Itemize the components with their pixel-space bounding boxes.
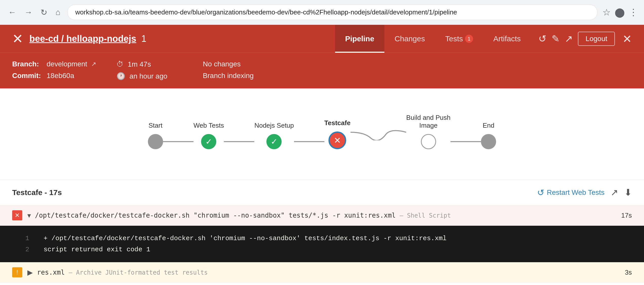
open-external-icon[interactable]: ↗: [611, 187, 618, 198]
address-bar[interactable]: workshop.cb-sa.io/teams-beedemo-dev/blue…: [67, 5, 597, 20]
log-entry-archive[interactable]: ! ▶ res.xml — Archive JUnit-formatted te…: [0, 262, 644, 283]
commit-label: Commit:: [12, 72, 43, 80]
warn-indicator: !: [12, 267, 22, 277]
app-title[interactable]: bee-cd / helloapp-nodejs: [29, 33, 136, 44]
duration-icon: ⏱: [116, 60, 124, 68]
info-bar: Branch: development ↗ Commit: 18eb60a ⏱ …: [0, 53, 644, 88]
home-button[interactable]: ⌂: [53, 6, 62, 19]
panel-header: Testcafe - 17s ↺ Restart Web Tests ↗ ⬇: [0, 180, 644, 205]
nodejs-check-icon: ✓: [271, 137, 278, 146]
retry-icon[interactable]: ↺: [538, 33, 547, 44]
log-entry-error[interactable]: ✕ ▾ /opt/testcafe/docker/testcafe-docker…: [0, 205, 644, 226]
log-toggle-expand[interactable]: ▾: [27, 211, 31, 220]
log-duration-archive: 3s: [625, 269, 632, 276]
branch-external-link-icon[interactable]: ↗: [91, 61, 96, 68]
export-icon[interactable]: ↗: [565, 33, 573, 44]
log-text-shell: /opt/testcafe/docker/testcafe-docker.sh …: [35, 212, 611, 219]
stage-start-label: Start: [149, 122, 163, 129]
stage-testcafe-label: Testcafe: [324, 119, 351, 127]
log-meta-archive: — Archive JUnit-formatted test results: [69, 269, 208, 276]
stage-nodejs-node: ✓: [266, 134, 282, 149]
status-2-row: Branch indexing: [203, 72, 254, 80]
stage-testcafe[interactable]: Testcafe ✕: [324, 119, 351, 149]
panel-actions: ↺ Restart Web Tests ↗ ⬇: [537, 187, 632, 198]
edit-icon[interactable]: ✎: [552, 33, 560, 44]
status-branch-indexing: Branch indexing: [203, 72, 254, 80]
browser-actions: ☆ ⬤ ⋮: [602, 7, 638, 18]
terminal-line-2: 2 script returned exit code 1: [25, 244, 624, 255]
tab-tests[interactable]: Tests 1: [435, 25, 483, 53]
log-toggle-archive[interactable]: ▶: [27, 268, 33, 277]
restart-icon: ↺: [537, 187, 544, 198]
tab-artifacts[interactable]: Artifacts: [483, 25, 531, 53]
stage-end-node: [481, 134, 496, 149]
duration-value: 1m 47s: [128, 60, 151, 68]
stage-build-push-label: Build and Push Image: [406, 114, 451, 129]
log-meta-shell: — Shell Script: [400, 212, 451, 219]
stage-build-push[interactable]: Build and Push Image: [406, 114, 451, 149]
menu-icon[interactable]: ⋮: [629, 7, 638, 18]
browser-navigation[interactable]: ← → ↻ ⌂: [6, 6, 62, 19]
info-col-right: No changes Branch indexing: [203, 60, 254, 80]
window-close-icon[interactable]: ✕: [622, 32, 632, 45]
stage-nodejs-setup[interactable]: Nodejs Setup ✓: [254, 122, 294, 149]
restart-label: Restart Web Tests: [547, 188, 604, 197]
restart-web-tests-button[interactable]: ↺ Restart Web Tests: [537, 187, 604, 198]
time-row: 🕐 an hour ago: [116, 72, 167, 80]
bottom-panel: Testcafe - 17s ↺ Restart Web Tests ↗ ⬇ ✕…: [0, 180, 644, 283]
browser-chrome: ← → ↻ ⌂ workshop.cb-sa.io/teams-beedemo-…: [0, 0, 644, 25]
info-col-mid: ⏱ 1m 47s 🕐 an hour ago: [116, 60, 167, 80]
line-code-1: + /opt/testcafe/docker/testcafe-docker.s…: [44, 233, 446, 244]
download-icon[interactable]: ⬇: [624, 187, 632, 198]
testcafe-x-icon: ✕: [334, 135, 341, 145]
reload-button[interactable]: ↻: [38, 6, 49, 19]
web-tests-check-icon: ✓: [205, 137, 212, 146]
commit-value: 18eb60a: [47, 72, 74, 80]
stage-web-tests-node: ✓: [201, 134, 216, 149]
stage-web-tests-label: Web Tests: [193, 122, 224, 129]
run-number: 1: [141, 33, 146, 44]
branch-label: Branch:: [12, 60, 43, 68]
connector-wavy: [350, 124, 406, 142]
connector-4: [451, 141, 481, 142]
stage-start-node: [148, 134, 163, 149]
terminal-block: 1 + /opt/testcafe/docker/testcafe-docker…: [0, 226, 644, 262]
log-text-archive: res.xml — Archive JUnit-formatted test r…: [37, 269, 615, 276]
close-logo-icon[interactable]: ✕: [12, 31, 23, 46]
info-col-left: Branch: development ↗ Commit: 18eb60a: [12, 60, 96, 80]
connector-1: [163, 141, 193, 142]
connector-2: [224, 141, 254, 142]
terminal-line-1: 1 + /opt/testcafe/docker/testcafe-docker…: [25, 233, 624, 244]
stage-end[interactable]: End: [481, 122, 496, 149]
connector-3: [294, 141, 324, 142]
profile-icon[interactable]: ⬤: [615, 7, 625, 18]
back-button[interactable]: ←: [6, 6, 18, 19]
status-1-row: No changes: [203, 60, 254, 68]
stage-nodejs-label: Nodejs Setup: [254, 122, 294, 129]
logout-button[interactable]: Logout: [578, 32, 615, 46]
duration-row: ⏱ 1m 47s: [116, 60, 167, 68]
error-indicator: ✕: [12, 210, 22, 220]
tab-changes[interactable]: Changes: [384, 25, 435, 53]
clock-icon: 🕐: [116, 72, 125, 80]
branch-value: development: [47, 60, 87, 68]
pipeline-area: Start Web Tests ✓ Nodejs Setup ✓ Testcaf…: [0, 88, 644, 180]
time-value: an hour ago: [129, 72, 167, 80]
stage-start[interactable]: Start: [148, 122, 163, 149]
line-num-2: 2: [25, 244, 35, 255]
forward-button[interactable]: →: [22, 6, 34, 19]
nav-tabs: Pipeline Changes Tests 1 Artifacts: [335, 25, 531, 53]
branch-row: Branch: development ↗: [12, 60, 96, 68]
panel-title: Testcafe - 17s: [12, 188, 62, 197]
stage-web-tests[interactable]: Web Tests ✓: [193, 122, 224, 149]
tests-badge: 1: [465, 35, 473, 43]
app-header: ✕ bee-cd / helloapp-nodejs 1 Pipeline Ch…: [0, 25, 644, 53]
url-text: workshop.cb-sa.io/teams-beedemo-dev/blue…: [75, 8, 457, 16]
stage-build-push-node: [421, 134, 436, 149]
status-no-changes: No changes: [203, 60, 241, 68]
line-code-2: script returned exit code 1: [44, 244, 150, 255]
stage-end-label: End: [483, 122, 494, 129]
tab-pipeline[interactable]: Pipeline: [335, 25, 384, 53]
star-icon[interactable]: ☆: [602, 7, 611, 18]
stage-testcafe-node: ✕: [328, 131, 346, 149]
